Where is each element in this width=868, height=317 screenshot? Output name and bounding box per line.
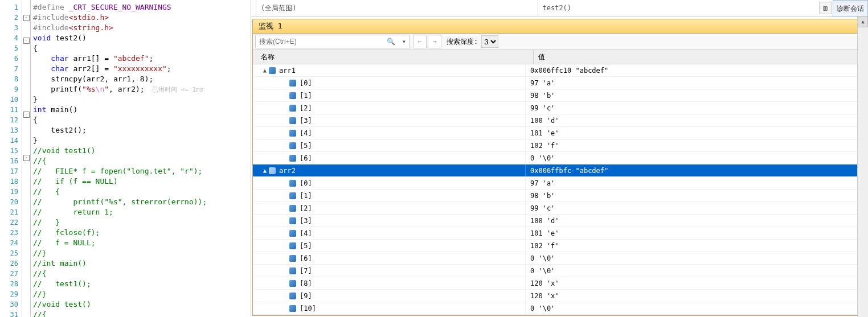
watch-row[interactable]: ▲arr10x006ffc10 "abcdef"	[253, 64, 866, 77]
variable-name: [6]	[300, 154, 312, 162]
variable-value: 101 'e'	[526, 129, 866, 137]
variable-name: [0]	[300, 179, 312, 187]
watch-grid-header: 名称 值	[253, 50, 866, 64]
watch-row[interactable]: [4]101 'e'	[253, 127, 866, 139]
variable-icon	[289, 305, 296, 312]
variable-value: 120 'x'	[526, 292, 866, 300]
variable-value: 0x006ffbfc "abcdef"	[526, 167, 866, 175]
search-depth-select[interactable]: 3	[481, 35, 498, 48]
variable-value: 101 'e'	[526, 229, 866, 237]
scroll-up-button[interactable]: ▲	[858, 16, 868, 27]
variable-icon	[289, 117, 296, 124]
scope-dropdown[interactable]: (全局范围)	[256, 0, 526, 16]
variable-icon	[269, 67, 276, 74]
code-area[interactable]: #define _CRT_SECURE_NO_WARNINGS#include<…	[31, 0, 251, 317]
variable-icon	[289, 130, 296, 137]
variable-icon	[289, 180, 296, 187]
variable-name: [2]	[300, 204, 312, 212]
variable-name: [5]	[300, 142, 312, 150]
variable-icon	[289, 142, 296, 149]
expander-icon[interactable]: ▲	[261, 67, 269, 73]
variable-name: [9]	[300, 292, 312, 300]
watch-row[interactable]: [3]100 'd'	[253, 215, 866, 227]
variable-name: [3]	[300, 117, 312, 125]
variable-icon	[289, 192, 296, 199]
column-header-value[interactable]: 值	[534, 50, 866, 64]
split-icon[interactable]: ▥	[819, 2, 832, 14]
nav-forward-button[interactable]: →	[428, 35, 441, 48]
function-dropdown[interactable]: test2()	[538, 0, 808, 16]
variable-name: [4]	[300, 129, 312, 137]
variable-name: arr2	[279, 167, 296, 175]
variable-icon	[269, 167, 276, 174]
watch-row[interactable]: [0]97 'a'	[253, 177, 866, 190]
variable-value: 97 'a'	[526, 79, 866, 87]
variable-value: 0x006ffc10 "abcdef"	[526, 67, 866, 75]
variable-value: 0 '\0'	[526, 254, 866, 262]
watch-row[interactable]: [5]102 'f'	[253, 240, 866, 252]
watch-grid-body[interactable]: ▲arr10x006ffc10 "abcdef" [0]97 'a' [1]98…	[253, 64, 866, 315]
variable-icon	[289, 280, 296, 287]
vertical-scrollbar[interactable]: ▲	[857, 16, 868, 317]
watch-panel-title[interactable]: 监视 1	[253, 19, 866, 34]
watch-row[interactable]: [5]102 'f'	[253, 139, 866, 152]
search-depth-label: 搜索深度:	[447, 37, 478, 47]
search-dropdown-icon[interactable]: ▾	[399, 38, 410, 46]
watch-row[interactable]: [1]98 'b'	[253, 89, 866, 102]
variable-name: [10]	[300, 304, 316, 312]
variable-name: [5]	[300, 242, 312, 250]
variable-value: 0 '\0'	[526, 154, 866, 162]
variable-name: arr1	[279, 67, 296, 75]
variable-name: [7]	[300, 267, 312, 275]
watch-row[interactable]: [6]0 '\0'	[253, 152, 866, 164]
variable-name: [4]	[300, 229, 312, 237]
variable-name: [1]	[300, 192, 312, 200]
search-input[interactable]	[256, 38, 383, 46]
watch-toolbar: 🔍 ▾ ← → 搜索深度: 3	[253, 34, 866, 50]
variable-value: 102 'f'	[526, 242, 866, 250]
watch-row[interactable]: [7]0 '\0'	[253, 265, 866, 277]
expander-icon[interactable]: ▲	[261, 167, 269, 174]
variable-value: 99 'c'	[526, 204, 866, 212]
variable-value: 0 '\0'	[526, 304, 866, 312]
variable-icon	[289, 242, 296, 249]
variable-name: [2]	[300, 104, 312, 112]
fold-gutter[interactable]: - - - -	[22, 0, 31, 317]
variable-value: 97 'a'	[526, 179, 866, 187]
watch-row[interactable]: [2]99 'c'	[253, 102, 866, 114]
variable-name: [8]	[300, 279, 312, 287]
variable-name: [3]	[300, 217, 312, 225]
variable-icon	[289, 105, 296, 112]
watch-row[interactable]: [2]99 'c'	[253, 202, 866, 215]
variable-value: 99 'c'	[526, 104, 866, 112]
variable-icon	[289, 267, 296, 274]
watch-row[interactable]: [9]120 'x'	[253, 290, 866, 302]
diagnostic-session-label: 诊断会话	[833, 0, 868, 17]
variable-icon	[289, 80, 296, 87]
watch-row[interactable]: [8]120 'x'	[253, 277, 866, 290]
watch-row[interactable]: [10]0 '\0'	[253, 302, 866, 315]
variable-value: 0 '\0'	[526, 267, 866, 275]
variable-icon	[289, 92, 296, 99]
variable-value: 100 'd'	[526, 217, 866, 225]
search-box[interactable]: 🔍 ▾	[255, 35, 410, 48]
column-header-name[interactable]: 名称	[253, 50, 534, 64]
line-number-gutter: 1234567891011121314151617181920212223242…	[0, 0, 22, 317]
watch-row[interactable]: [3]100 'd'	[253, 114, 866, 127]
watch-row[interactable]: ▲arr20x006ffbfc "abcdef"	[253, 164, 866, 177]
search-icon[interactable]: 🔍	[383, 38, 399, 46]
watch-row[interactable]: [1]98 'b'	[253, 190, 866, 202]
variable-icon	[289, 155, 296, 162]
variable-name: [6]	[300, 254, 312, 262]
variable-icon	[289, 293, 296, 299]
nav-back-button[interactable]: ←	[413, 35, 427, 48]
variable-value: 100 'd'	[526, 117, 866, 125]
variable-icon	[289, 205, 296, 212]
watch-row[interactable]: [4]101 'e'	[253, 227, 866, 240]
context-bar: (全局范围) test2() ▥ ⚙ ▣	[251, 0, 868, 17]
variable-value: 120 'x'	[526, 279, 866, 287]
variable-icon	[289, 230, 296, 237]
watch-row[interactable]: [0]97 'a'	[253, 77, 866, 89]
code-editor[interactable]: 1234567891011121314151617181920212223242…	[0, 0, 251, 317]
watch-row[interactable]: [6]0 '\0'	[253, 252, 866, 265]
